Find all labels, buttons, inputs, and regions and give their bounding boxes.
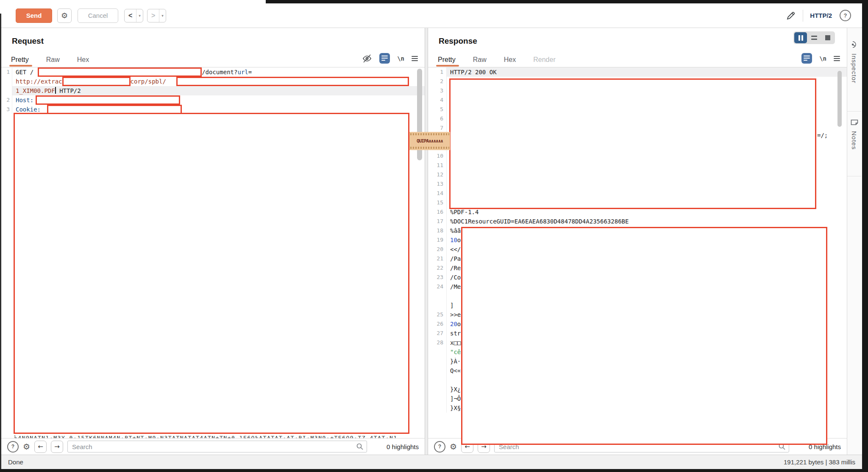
panel-divider[interactable] [425,28,428,455]
redaction-box [62,77,131,86]
line-number: 19 [428,235,447,245]
line-number [428,394,447,403]
line-number: 27 [428,329,447,338]
word-wrap-toggle-icon[interactable] [379,53,390,64]
code-token: HTTP/2 [56,87,81,94]
code-token: = [248,69,252,75]
hide-nonprintable-eye-slash-icon[interactable] [362,53,372,64]
search-help-icon[interactable]: ? [7,441,19,452]
response-editor[interactable]: 1HTTP/2 200 OK2345678910111213141516%PDF… [428,67,847,438]
send-button[interactable]: Send [16,8,52,23]
view-layout-button-group [793,31,835,44]
sidebar-tab-inspector[interactable]: Inspector [847,34,861,112]
history-forward-label: > [147,9,159,22]
response-tab-raw[interactable]: Raw [473,53,487,67]
code-token: str [450,330,461,337]
toolbar-divider [803,10,803,22]
code-token: HTTP/2 200 OK [450,69,497,75]
code-token: 1_XIM00.PDF [16,87,55,94]
show-newlines-icon[interactable]: \n [397,55,404,62]
search-help-icon[interactable]: ? [434,441,445,452]
history-forward-caret-icon[interactable]: ▾ [159,9,166,22]
response-scrollbar-thumb[interactable] [837,71,842,127]
status-done-label: Done [8,458,23,466]
redaction-overlay [14,113,409,434]
code-token: "cê [450,349,461,355]
show-newlines-icon[interactable]: \n [819,55,826,62]
code-token: o [457,237,461,243]
history-back-caret-icon[interactable]: ▾ [136,9,143,22]
editor-menu-icon[interactable] [412,56,418,61]
request-tab-raw[interactable]: Raw [46,53,60,67]
code-line[interactable]: 17%DOC1ResourceGUID=EA6EAEA6830D48478DD4… [428,217,847,226]
layout-single-button[interactable] [821,32,834,43]
sidebar-tab-label: Notes [851,131,858,150]
response-panel-header: Response Pretty Raw Hex Render \n [428,28,847,67]
line-number: 16 [428,207,447,217]
line-number [428,301,447,310]
right-sidebar: Inspector Notes [847,28,861,455]
history-forward-split-button[interactable]: > ▾ [147,9,166,22]
code-token: url [237,69,248,75]
main-area: Request Pretty Raw Hex \n 1GET //documen… [1,28,862,455]
code-line[interactable]: 1_XIM00.PDF HTTP/2 [1,86,425,95]
layout-rows-button[interactable] [808,32,821,43]
code-token: Cookie: [16,106,41,113]
line-number [428,375,447,385]
word-wrap-toggle-icon[interactable] [801,53,812,64]
code-line[interactable]: 1GET //document?url= [1,67,425,77]
response-tab-pretty[interactable]: Pretty [438,53,456,67]
redaction-box [38,67,202,77]
request-editor[interactable]: 1GET //document?url=http://extraccorp/sp… [1,67,425,438]
code-token: o [457,321,461,327]
code-token: <</ [450,246,461,253]
request-highlight-count: 0 highlights [371,443,419,450]
response-tab-row: Pretty Raw Hex Render [428,53,847,67]
code-token: >>e [450,311,461,318]
redaction-overlay [449,78,816,209]
code-token: ] [450,302,453,309]
line-number: 18 [428,226,447,235]
line-content: 1_XIM00.PDF HTTP/2 [12,86,425,95]
overlay-dots [410,147,449,149]
help-icon[interactable]: ? [840,10,851,21]
search-prev-button[interactable]: ← [34,441,47,453]
request-settings-gear-button[interactable]: ⚙ [57,8,72,23]
overlay-dots [410,133,449,135]
line-number: 1 [428,67,447,77]
code-token: GET / [16,69,33,75]
screen-edge [266,0,868,3]
layout-columns-button[interactable] [794,32,807,43]
code-token: Q<« [450,367,461,374]
line-content: Host: [12,95,425,105]
code-token: }X¿ [450,386,461,393]
toolbar: Send ⚙ Cancel < ▾ > ▾ HTTP/2 ? [1,3,862,28]
request-tab-pretty[interactable]: Pretty [11,53,29,67]
request-tab-hex[interactable]: Hex [77,53,89,67]
sidebar-tab-notes[interactable]: Notes [847,112,861,176]
code-token: ]¬Ô [450,395,461,402]
response-tab-hex[interactable]: Hex [504,53,516,67]
code-line[interactable]: 1HTTP/2 200 OK [428,67,847,77]
code-line[interactable]: 2Host: [1,95,425,105]
line-number: 1 [1,67,12,77]
editor-menu-icon[interactable] [834,56,840,61]
line-number: 24 [428,282,447,291]
response-tab-render[interactable]: Render [533,53,555,67]
code-token: http://extrac [16,78,62,85]
request-search-input[interactable] [67,441,367,452]
search-settings-gear-icon[interactable]: ⚙ [450,442,457,451]
search-settings-gear-icon[interactable]: ⚙ [23,442,30,451]
search-next-button[interactable]: → [51,441,63,453]
line-number [428,385,447,394]
screen-edge [862,0,868,472]
edit-pencil-icon[interactable] [786,11,796,21]
status-size-time-label: 191,221 bytes | 383 millis [784,458,855,466]
header-text-fragment: =/; [817,132,828,139]
line-number [428,403,447,413]
history-back-split-button[interactable]: < ▾ [124,9,143,22]
http-version-label[interactable]: HTTP/2 [810,12,832,19]
code-line[interactable]: http://extraccorp/spbl/ [1,77,425,86]
cancel-button[interactable]: Cancel [78,8,118,23]
line-number: 26 [428,319,447,329]
